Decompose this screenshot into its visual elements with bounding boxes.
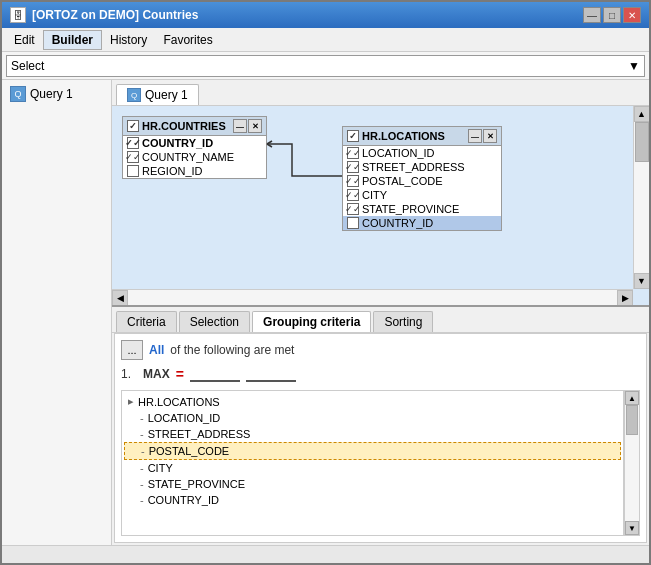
tree-scroll-thumb[interactable] [626, 405, 638, 435]
tree-scrollbar: ▲ ▼ [624, 390, 640, 536]
hr-locations-close-btn[interactable]: ✕ [483, 129, 497, 143]
hr-countries-header: ✓ HR.COUNTRIES — ✕ [123, 117, 266, 136]
tree-label-hr-locations: HR.LOCATIONS [138, 396, 220, 408]
postal-code-check[interactable]: ✓ [347, 175, 359, 187]
condition-row: 1. MAX = [121, 366, 640, 382]
ellipsis-button[interactable]: ... [121, 340, 143, 360]
hr-locations-field-5[interactable]: COUNTRY_ID [343, 216, 501, 230]
tab-selection[interactable]: Selection [179, 311, 250, 332]
hr-countries-close-btn[interactable]: ✕ [248, 119, 262, 133]
diagram-vscroll: ▲ ▼ [633, 106, 649, 289]
region-id-label: REGION_ID [142, 165, 203, 177]
hr-countries-field-2[interactable]: REGION_ID [123, 164, 266, 178]
bottom-tabs: Criteria Selection Grouping criteria Sor… [112, 307, 649, 333]
tree-label-location-id: LOCATION_ID [148, 412, 221, 424]
diagram-area: ✓ HR.COUNTRIES — ✕ ✓ COUNTRY_ID [112, 106, 649, 305]
hr-locations-field-0[interactable]: ✓ LOCATION_ID [343, 146, 501, 160]
location-id-label: LOCATION_ID [362, 147, 435, 159]
hr-countries-minimize-btn[interactable]: — [233, 119, 247, 133]
select-label: Select [11, 59, 44, 73]
all-text[interactable]: All [149, 343, 164, 357]
diagram-scroll[interactable]: ✓ HR.COUNTRIES — ✕ ✓ COUNTRY_ID [112, 106, 649, 305]
minimize-button[interactable]: — [583, 7, 601, 23]
street-address-label: STREET_ADDRESS [362, 161, 465, 173]
tree-item-location-id[interactable]: - LOCATION_ID [124, 410, 621, 426]
vscroll-up-btn[interactable]: ▲ [634, 106, 650, 122]
main-content: Q Query 1 Q Query 1 [2, 80, 649, 545]
tree-scroll-track[interactable] [625, 405, 639, 521]
title-bar: 🗄 [ORTOZ on DEMO] Countries — □ ✕ [2, 2, 649, 28]
locations-country-id-check[interactable] [347, 217, 359, 229]
country-id-check[interactable]: ✓ [127, 137, 139, 149]
query-tab-1[interactable]: Q Query 1 [116, 84, 199, 105]
hr-locations-btns: — ✕ [468, 129, 497, 143]
hr-countries-field-0[interactable]: ✓ COUNTRY_ID [123, 136, 266, 150]
vscroll-track[interactable] [634, 122, 649, 273]
hscroll-right-btn[interactable]: ▶ [617, 290, 633, 306]
hr-countries-field-1[interactable]: ✓ COUNTRY_NAME [123, 150, 266, 164]
hr-locations-field-3[interactable]: ✓ CITY [343, 188, 501, 202]
equals-sign: = [176, 366, 184, 382]
right-panel: Q Query 1 ✓ HR.COUNTRIES [112, 80, 649, 545]
hr-locations-minimize-btn[interactable]: — [468, 129, 482, 143]
tree-label-postal-code: POSTAL_CODE [149, 445, 230, 457]
tab-sorting[interactable]: Sorting [373, 311, 433, 332]
hr-locations-field-1[interactable]: ✓ STREET_ADDRESS [343, 160, 501, 174]
hr-countries-check[interactable]: ✓ [127, 120, 139, 132]
main-window: 🗄 [ORTOZ on DEMO] Countries — □ ✕ Edit B… [0, 0, 651, 565]
hr-locations-field-2[interactable]: ✓ POSTAL_CODE [343, 174, 501, 188]
bottom-panel: Criteria Selection Grouping criteria Sor… [112, 305, 649, 545]
hr-locations-title: ✓ HR.LOCATIONS [347, 130, 445, 142]
tree-item-street-address[interactable]: - STREET_ADDRESS [124, 426, 621, 442]
hr-locations-check[interactable]: ✓ [347, 130, 359, 142]
hr-countries-title: ✓ HR.COUNTRIES [127, 120, 226, 132]
hr-locations-header: ✓ HR.LOCATIONS — ✕ [343, 127, 501, 146]
left-panel: Q Query 1 [2, 80, 112, 545]
app-icon: 🗄 [10, 7, 26, 23]
state-province-label: STATE_PROVINCE [362, 203, 459, 215]
hscroll-track[interactable] [128, 290, 617, 305]
tree-item-hr-locations[interactable]: ▸ HR.LOCATIONS [124, 393, 621, 410]
state-province-check[interactable]: ✓ [347, 203, 359, 215]
of-following-text: of the following are met [170, 343, 294, 357]
select-dropdown[interactable]: Select ▼ [6, 55, 645, 77]
criteria-row: ... All of the following are met [121, 340, 640, 360]
close-button[interactable]: ✕ [623, 7, 641, 23]
tree-item-state-province[interactable]: - STATE_PROVINCE [124, 476, 621, 492]
tree-item-postal-code[interactable]: - POSTAL_CODE [124, 442, 621, 460]
city-check[interactable]: ✓ [347, 189, 359, 201]
city-label: CITY [362, 189, 387, 201]
left-query-item[interactable]: Q Query 1 [6, 84, 107, 104]
value-field-2[interactable] [246, 366, 296, 382]
country-id-label: COUNTRY_ID [142, 137, 213, 149]
value-field[interactable] [190, 366, 240, 382]
vscroll-thumb[interactable] [635, 122, 649, 162]
query-icon: Q [10, 86, 26, 102]
hr-countries-table: ✓ HR.COUNTRIES — ✕ ✓ COUNTRY_ID [122, 116, 267, 179]
tree-scroll-up-btn[interactable]: ▲ [625, 391, 639, 405]
hr-locations-table: ✓ HR.LOCATIONS — ✕ ✓ LOCATION_ID [342, 126, 502, 231]
menu-history[interactable]: History [102, 31, 155, 49]
country-name-label: COUNTRY_NAME [142, 151, 234, 163]
tree-item-city[interactable]: - CITY [124, 460, 621, 476]
tab-criteria[interactable]: Criteria [116, 311, 177, 332]
location-id-check[interactable]: ✓ [347, 147, 359, 159]
menu-edit[interactable]: Edit [6, 31, 43, 49]
tab-grouping[interactable]: Grouping criteria [252, 311, 371, 332]
maximize-button[interactable]: □ [603, 7, 621, 23]
toolbar: Select ▼ [2, 52, 649, 80]
query-tabs: Q Query 1 [112, 80, 649, 106]
menu-builder[interactable]: Builder [43, 30, 102, 50]
hr-locations-field-4[interactable]: ✓ STATE_PROVINCE [343, 202, 501, 216]
vscroll-down-btn[interactable]: ▼ [634, 273, 650, 289]
tree-scroll-down-btn[interactable]: ▼ [625, 521, 639, 535]
street-address-check[interactable]: ✓ [347, 161, 359, 173]
hscroll-left-btn[interactable]: ◀ [112, 290, 128, 306]
region-id-check[interactable] [127, 165, 139, 177]
menu-bar: Edit Builder History Favorites [2, 28, 649, 52]
diagram-inner: ✓ HR.COUNTRIES — ✕ ✓ COUNTRY_ID [112, 106, 612, 305]
tree-label-street-address: STREET_ADDRESS [148, 428, 251, 440]
country-name-check[interactable]: ✓ [127, 151, 139, 163]
tree-item-country-id[interactable]: - COUNTRY_ID [124, 492, 621, 508]
menu-favorites[interactable]: Favorites [155, 31, 220, 49]
